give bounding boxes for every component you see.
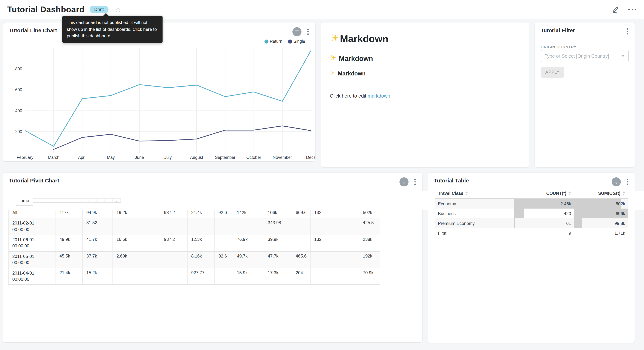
applied-filter-indicator[interactable] <box>400 177 408 186</box>
publish-tooltip: This dashboard is not published, it will… <box>62 16 162 43</box>
table-column-header-2[interactable]: SUM(Cost) <box>574 188 628 198</box>
pivot-sort-cell: ↓↑ <box>65 198 73 203</box>
ellipsis-icon <box>628 9 636 10</box>
card-tutorial-table: Tutorial Table Travel ClassCOUNT(*)SUM(C… <box>428 173 634 343</box>
origin-country-select[interactable]: Type or Select [Origin Country] ▼ <box>540 50 629 62</box>
more-actions-button[interactable] <box>628 5 637 14</box>
x-axis-tick: March <box>48 155 60 160</box>
table-cell-sum: 602k <box>574 198 628 208</box>
pivot-cell: 39.9k <box>264 235 292 252</box>
pivot-cell <box>233 218 264 235</box>
pivot-cell: 47.7k <box>264 251 292 268</box>
pivot-title: Tutorial Pivot Chart <box>9 177 59 184</box>
table-row: Premium Economy6199.8k <box>435 218 628 228</box>
cell-bar <box>514 228 514 238</box>
card-pivot-chart: Tutorial Pivot Chart SUM(Cost)Department… <box>3 173 422 342</box>
table-menu-kebab-icon[interactable] <box>625 178 630 186</box>
card-filter-box: Tutorial Filter ORIGIN COUNTRY Type or S… <box>535 22 634 167</box>
x-axis-tick: July <box>164 155 172 160</box>
pivot-row-label: 2011-02-01 00:00:00 <box>8 218 56 235</box>
pivot-cell: 70.9k <box>359 268 380 285</box>
sort-icon[interactable]: ↓↑ <box>76 200 78 203</box>
pivot-sort-cell: ↓↑ <box>81 198 89 203</box>
pivot-cell <box>214 268 233 285</box>
page-title: Tutorial Dashboard <box>7 4 84 14</box>
pencil-icon <box>612 6 619 13</box>
cell-bar <box>574 218 582 228</box>
pivot-sort-cell: ↓↑ <box>33 198 41 203</box>
sort-icon[interactable]: ↓↑ <box>100 200 102 203</box>
draft-status-badge[interactable]: Draft <box>90 6 108 13</box>
pivot-cell: 76.9k <box>233 235 264 252</box>
pivot-cell: 21.4k <box>56 268 82 285</box>
table-column-header-1[interactable]: COUNT(*) <box>514 188 574 198</box>
card-line-chart: Tutorial Line Chart ReturnSingle 2004006… <box>3 22 315 162</box>
select-placeholder: Type or Select [Origin Country] <box>544 53 619 59</box>
legend-item-return[interactable]: Return <box>264 39 282 44</box>
x-axis-tick: April <box>78 155 86 160</box>
sort-icon[interactable]: ↓↑ <box>52 200 54 203</box>
favorite-star-icon[interactable]: ☆ <box>115 6 121 13</box>
x-axis-tick: May <box>107 155 115 160</box>
x-axis-tick: October <box>246 155 261 160</box>
funnel-icon <box>401 179 407 184</box>
pivot-cell: 81.52 <box>82 218 113 235</box>
pivot-cell <box>310 268 359 285</box>
y-axis-tick: 400 <box>15 108 22 113</box>
apply-filter-button[interactable]: APPLY <box>540 67 564 78</box>
legend-item-single[interactable]: Single <box>288 39 305 44</box>
markdown-h1: Markdown <box>330 33 522 45</box>
sort-icon[interactable]: ↓↑ <box>44 200 46 203</box>
pivot-cell: 92.6 <box>214 251 233 268</box>
markdown-edit-link[interactable]: markdown <box>368 93 390 99</box>
sort-desc-icon[interactable]: ⇓ <box>115 200 118 203</box>
pivot-cell: 15.9k <box>233 268 264 285</box>
pivot-cell <box>214 235 233 252</box>
pivot-sort-cell: ↓↑ <box>105 198 113 203</box>
sparkles-icon <box>330 70 336 77</box>
pivot-cell: 41.7k <box>82 235 113 252</box>
sort-icon[interactable]: ↓↑ <box>84 200 86 203</box>
table-cell-sum: 696k <box>574 208 628 218</box>
table-cell-count: 420 <box>514 208 574 218</box>
pivot-cell <box>160 218 188 235</box>
applied-filter-indicator[interactable] <box>292 27 302 36</box>
pivot-cell: 465.6 <box>292 251 310 268</box>
line-chart[interactable]: 200400600800FebruaryMarchAprilMayJuneJul… <box>3 36 315 162</box>
applied-filter-indicator[interactable] <box>612 177 621 186</box>
sort-icon[interactable]: ↓↑ <box>36 200 38 203</box>
sort-icon[interactable]: ↓↑ <box>68 200 70 203</box>
edit-dashboard-button[interactable] <box>611 5 620 14</box>
table-cell-travel-class: Economy <box>435 198 514 208</box>
pivot-cell: 2.69k <box>113 251 160 268</box>
sort-icon[interactable]: ↓↑ <box>92 200 94 203</box>
sort-icon[interactable]: ↓↑ <box>108 200 110 203</box>
table-column-header-0[interactable]: Travel Class <box>435 188 514 198</box>
pivot-cell: 8.16k <box>188 251 214 268</box>
pivot-sort-cell: ↓↑ <box>57 198 65 203</box>
funnel-icon <box>614 179 619 184</box>
legend-dot <box>264 39 268 43</box>
filter-title: Tutorial Filter <box>540 27 575 33</box>
sparkles-icon <box>330 33 340 45</box>
chart-legend: ReturnSingle <box>264 39 305 44</box>
x-axis-tick: August <box>190 155 203 160</box>
pivot-cell: 192k <box>359 251 380 268</box>
pivot-menu-kebab-icon[interactable] <box>413 178 417 186</box>
filter-menu-kebab-icon[interactable] <box>625 27 630 36</box>
series-line-single[interactable] <box>54 126 311 150</box>
pivot-cell <box>160 268 188 285</box>
sort-icon[interactable]: ↓↑ <box>60 200 62 203</box>
funnel-icon <box>294 29 300 34</box>
caret-up-down-icon <box>465 192 468 195</box>
pivot-cell <box>214 218 233 235</box>
table-cell-travel-class: First <box>435 228 514 238</box>
table-cell-sum: 99.8k <box>574 218 628 228</box>
legend-dot <box>288 39 292 43</box>
markdown-h2: Markdown <box>330 54 522 63</box>
pivot-cell <box>292 235 310 252</box>
pivot-sort-cell: ↓↑ <box>73 198 81 203</box>
chevron-down-icon: ▼ <box>621 54 625 58</box>
sort-icon[interactable]: ↓↑ <box>28 198 30 202</box>
chart-menu-kebab-icon[interactable] <box>306 28 310 36</box>
